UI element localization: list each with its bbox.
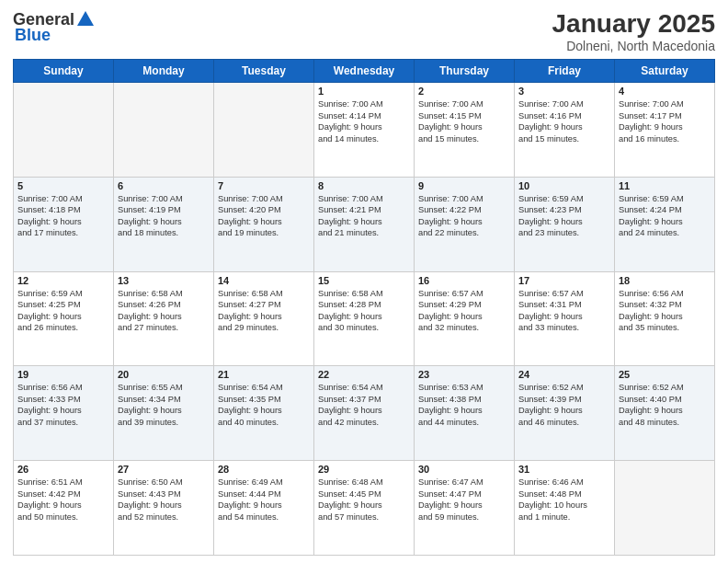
page-header: General Blue January 2025 Dolneni, North… [13, 9, 715, 53]
table-row: 24Sunrise: 6:52 AM Sunset: 4:39 PM Dayli… [515, 366, 615, 461]
day-number: 6 [118, 180, 210, 191]
table-row: 14Sunrise: 6:58 AM Sunset: 4:27 PM Dayli… [214, 271, 314, 366]
day-number: 2 [418, 86, 510, 97]
day-info: Sunrise: 6:59 AM Sunset: 4:24 PM Dayligh… [619, 193, 711, 239]
day-info: Sunrise: 6:48 AM Sunset: 4:45 PM Dayligh… [318, 477, 410, 523]
day-info: Sunrise: 6:58 AM Sunset: 4:28 PM Dayligh… [318, 288, 410, 334]
day-number: 26 [17, 464, 109, 475]
day-number: 14 [218, 275, 310, 286]
table-row: 18Sunrise: 6:56 AM Sunset: 4:32 PM Dayli… [615, 271, 715, 366]
table-row: 29Sunrise: 6:48 AM Sunset: 4:45 PM Dayli… [314, 461, 415, 556]
page-container: General Blue January 2025 Dolneni, North… [0, 0, 728, 563]
day-number: 30 [418, 464, 510, 475]
day-info: Sunrise: 7:00 AM Sunset: 4:14 PM Dayligh… [318, 98, 410, 144]
table-row [14, 83, 114, 178]
day-info: Sunrise: 6:55 AM Sunset: 4:34 PM Dayligh… [118, 382, 210, 428]
location: Dolneni, North Macedonia [552, 39, 715, 53]
table-row: 3Sunrise: 7:00 AM Sunset: 4:16 PM Daylig… [515, 83, 615, 178]
day-info: Sunrise: 6:56 AM Sunset: 4:33 PM Dayligh… [17, 382, 109, 428]
table-row: 7Sunrise: 7:00 AM Sunset: 4:20 PM Daylig… [214, 177, 314, 271]
day-info: Sunrise: 6:47 AM Sunset: 4:47 PM Dayligh… [418, 477, 510, 523]
day-number: 28 [218, 464, 310, 475]
logo: General Blue [13, 9, 97, 45]
table-row: 6Sunrise: 7:00 AM Sunset: 4:19 PM Daylig… [114, 177, 214, 271]
day-info: Sunrise: 6:57 AM Sunset: 4:29 PM Dayligh… [418, 288, 510, 334]
day-number: 11 [619, 180, 711, 191]
col-friday: Friday [515, 60, 615, 83]
table-row [615, 461, 715, 556]
day-info: Sunrise: 6:52 AM Sunset: 4:39 PM Dayligh… [518, 382, 610, 428]
col-thursday: Thursday [415, 60, 515, 83]
day-number: 22 [318, 369, 410, 380]
table-row [114, 83, 214, 178]
day-info: Sunrise: 7:00 AM Sunset: 4:19 PM Dayligh… [118, 193, 210, 239]
day-number: 21 [218, 369, 310, 380]
table-row: 27Sunrise: 6:50 AM Sunset: 4:43 PM Dayli… [114, 461, 214, 556]
calendar-week-row: 26Sunrise: 6:51 AM Sunset: 4:42 PM Dayli… [14, 461, 715, 556]
table-row: 17Sunrise: 6:57 AM Sunset: 4:31 PM Dayli… [515, 271, 615, 366]
table-row: 13Sunrise: 6:58 AM Sunset: 4:26 PM Dayli… [114, 271, 214, 366]
day-number: 1 [318, 86, 410, 97]
day-number: 31 [518, 464, 610, 475]
day-info: Sunrise: 6:50 AM Sunset: 4:43 PM Dayligh… [118, 477, 210, 523]
table-row: 30Sunrise: 6:47 AM Sunset: 4:47 PM Dayli… [415, 461, 515, 556]
month-year: January 2025 [552, 9, 715, 39]
table-row: 4Sunrise: 7:00 AM Sunset: 4:17 PM Daylig… [615, 83, 715, 178]
day-number: 17 [518, 275, 610, 286]
day-info: Sunrise: 6:58 AM Sunset: 4:26 PM Dayligh… [118, 288, 210, 334]
day-info: Sunrise: 6:56 AM Sunset: 4:32 PM Dayligh… [619, 288, 711, 334]
day-info: Sunrise: 6:58 AM Sunset: 4:27 PM Dayligh… [218, 288, 310, 334]
day-number: 15 [318, 275, 410, 286]
day-number: 25 [619, 369, 711, 380]
table-row: 15Sunrise: 6:58 AM Sunset: 4:28 PM Dayli… [314, 271, 415, 366]
logo-icon [75, 9, 96, 29]
day-info: Sunrise: 7:00 AM Sunset: 4:17 PM Dayligh… [619, 98, 711, 144]
day-info: Sunrise: 6:57 AM Sunset: 4:31 PM Dayligh… [518, 288, 610, 334]
day-number: 7 [218, 180, 310, 191]
day-number: 23 [418, 369, 510, 380]
table-row: 16Sunrise: 6:57 AM Sunset: 4:29 PM Dayli… [415, 271, 515, 366]
table-row: 5Sunrise: 7:00 AM Sunset: 4:18 PM Daylig… [14, 177, 114, 271]
table-row: 28Sunrise: 6:49 AM Sunset: 4:44 PM Dayli… [214, 461, 314, 556]
calendar-week-row: 1Sunrise: 7:00 AM Sunset: 4:14 PM Daylig… [14, 83, 715, 178]
col-monday: Monday [114, 60, 214, 83]
day-info: Sunrise: 6:53 AM Sunset: 4:38 PM Dayligh… [418, 382, 510, 428]
table-row: 25Sunrise: 6:52 AM Sunset: 4:40 PM Dayli… [615, 366, 715, 461]
day-number: 9 [418, 180, 510, 191]
table-row: 2Sunrise: 7:00 AM Sunset: 4:15 PM Daylig… [415, 83, 515, 178]
day-info: Sunrise: 6:46 AM Sunset: 4:48 PM Dayligh… [518, 477, 610, 523]
day-info: Sunrise: 6:54 AM Sunset: 4:35 PM Dayligh… [218, 382, 310, 428]
table-row: 26Sunrise: 6:51 AM Sunset: 4:42 PM Dayli… [14, 461, 114, 556]
day-number: 18 [619, 275, 711, 286]
day-info: Sunrise: 6:49 AM Sunset: 4:44 PM Dayligh… [218, 477, 310, 523]
day-info: Sunrise: 6:59 AM Sunset: 4:23 PM Dayligh… [518, 193, 610, 239]
table-row [214, 83, 314, 178]
svg-marker-0 [77, 11, 94, 26]
col-wednesday: Wednesday [314, 60, 415, 83]
day-number: 20 [118, 369, 210, 380]
calendar-week-row: 5Sunrise: 7:00 AM Sunset: 4:18 PM Daylig… [14, 177, 715, 271]
table-row: 12Sunrise: 6:59 AM Sunset: 4:25 PM Dayli… [14, 271, 114, 366]
table-row: 10Sunrise: 6:59 AM Sunset: 4:23 PM Dayli… [515, 177, 615, 271]
day-info: Sunrise: 7:00 AM Sunset: 4:16 PM Dayligh… [518, 98, 610, 144]
col-tuesday: Tuesday [214, 60, 314, 83]
calendar-header-row: Sunday Monday Tuesday Wednesday Thursday… [14, 60, 715, 83]
day-number: 8 [318, 180, 410, 191]
calendar-week-row: 19Sunrise: 6:56 AM Sunset: 4:33 PM Dayli… [14, 366, 715, 461]
day-info: Sunrise: 7:00 AM Sunset: 4:15 PM Dayligh… [418, 98, 510, 144]
table-row: 11Sunrise: 6:59 AM Sunset: 4:24 PM Dayli… [615, 177, 715, 271]
col-sunday: Sunday [14, 60, 114, 83]
calendar-table: Sunday Monday Tuesday Wednesday Thursday… [13, 59, 715, 556]
table-row: 20Sunrise: 6:55 AM Sunset: 4:34 PM Dayli… [114, 366, 214, 461]
title-section: January 2025 Dolneni, North Macedonia [552, 9, 715, 53]
table-row: 8Sunrise: 7:00 AM Sunset: 4:21 PM Daylig… [314, 177, 415, 271]
day-info: Sunrise: 7:00 AM Sunset: 4:22 PM Dayligh… [418, 193, 510, 239]
table-row: 31Sunrise: 6:46 AM Sunset: 4:48 PM Dayli… [515, 461, 615, 556]
table-row: 19Sunrise: 6:56 AM Sunset: 4:33 PM Dayli… [14, 366, 114, 461]
col-saturday: Saturday [615, 60, 715, 83]
day-number: 29 [318, 464, 410, 475]
day-number: 3 [518, 86, 610, 97]
day-number: 24 [518, 369, 610, 380]
day-number: 12 [17, 275, 109, 286]
day-info: Sunrise: 6:54 AM Sunset: 4:37 PM Dayligh… [318, 382, 410, 428]
